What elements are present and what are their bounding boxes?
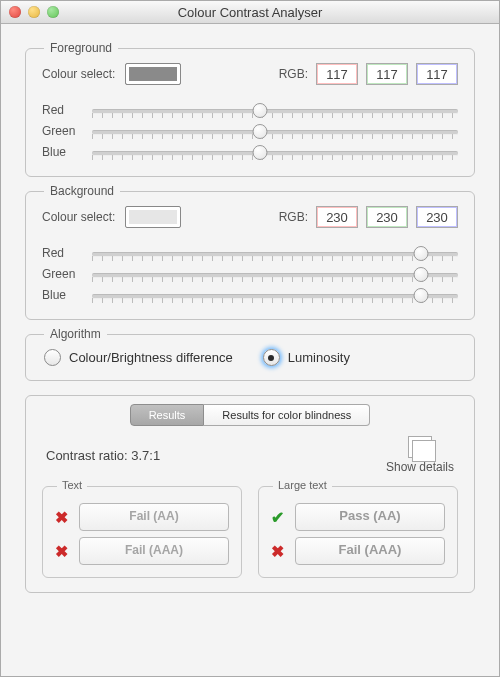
bg-blue-slider[interactable] [92,287,458,303]
algorithm-group: Algorithm Colour/Brightness difference L… [25,334,475,381]
zoom-icon[interactable] [47,6,59,18]
text-aaa-result: Fail (AAA) [79,537,229,565]
window-title: Colour Contrast Analyser [1,5,499,20]
large-aaa-result: Fail (AAA) [295,537,445,565]
show-details-button[interactable]: Show details [386,436,454,474]
background-group: Background Colour select: RGB: Red Green [25,191,475,320]
close-icon[interactable] [9,6,21,18]
algo-option2-label: Luminosity [288,350,350,365]
fg-blue-label: Blue [42,145,82,159]
pass-icon: ✔ [271,508,287,527]
titlebar: Colour Contrast Analyser [1,1,499,24]
text-col-label: Text [57,479,87,491]
bg-blue-label: Blue [42,288,82,302]
radio-icon [44,349,61,366]
fg-r-input[interactable] [316,63,358,85]
foreground-group: Foreground Colour select: RGB: Red Green [25,48,475,177]
fg-rgb-label: RGB: [279,67,308,81]
fg-red-slider[interactable] [92,102,458,118]
fg-colour-select-label: Colour select: [42,67,115,81]
background-label: Background [44,184,120,198]
fg-green-label: Green [42,124,82,138]
minimize-icon[interactable] [28,6,40,18]
foreground-label: Foreground [44,41,118,55]
large-col-label: Large text [273,479,332,491]
text-results: Text ✖ Fail (AA) ✖ Fail (AAA) [42,486,242,578]
bg-red-slider[interactable] [92,245,458,261]
text-aa-result: Fail (AA) [79,503,229,531]
tab-results[interactable]: Results [130,404,205,426]
bg-b-input[interactable] [416,206,458,228]
bg-r-input[interactable] [316,206,358,228]
bg-rgb-label: RGB: [279,210,308,224]
fg-b-input[interactable] [416,63,458,85]
fg-blue-slider[interactable] [92,144,458,160]
document-icon [408,436,432,458]
tab-colour-blindness[interactable]: Results for color blindness [204,404,370,426]
large-aa-result: Pass (AA) [295,503,445,531]
results-group: Results Results for color blindness Cont… [25,395,475,593]
bg-colour-swatch[interactable] [125,206,181,228]
large-text-results: Large text ✔ Pass (AA) ✖ Fail (AAA) [258,486,458,578]
bg-g-input[interactable] [366,206,408,228]
fg-red-label: Red [42,103,82,117]
bg-green-slider[interactable] [92,266,458,282]
bg-colour-select-label: Colour select: [42,210,115,224]
algo-colour-brightness-radio[interactable]: Colour/Brightness difference [44,349,233,366]
algo-luminosity-radio[interactable]: Luminosity [263,349,350,366]
show-details-label: Show details [386,460,454,474]
bg-red-label: Red [42,246,82,260]
fail-icon: ✖ [55,508,71,527]
app-window: Colour Contrast Analyser Foreground Colo… [0,0,500,677]
fail-icon: ✖ [271,542,287,561]
radio-icon [263,349,280,366]
fg-g-input[interactable] [366,63,408,85]
contrast-ratio: Contrast ratio: 3.7:1 [46,448,160,463]
content: Foreground Colour select: RGB: Red Green [1,24,499,676]
window-controls [9,6,59,18]
algorithm-label: Algorithm [44,327,107,341]
fail-icon: ✖ [55,542,71,561]
fg-colour-swatch[interactable] [125,63,181,85]
bg-green-label: Green [42,267,82,281]
algo-option1-label: Colour/Brightness difference [69,350,233,365]
fg-green-slider[interactable] [92,123,458,139]
